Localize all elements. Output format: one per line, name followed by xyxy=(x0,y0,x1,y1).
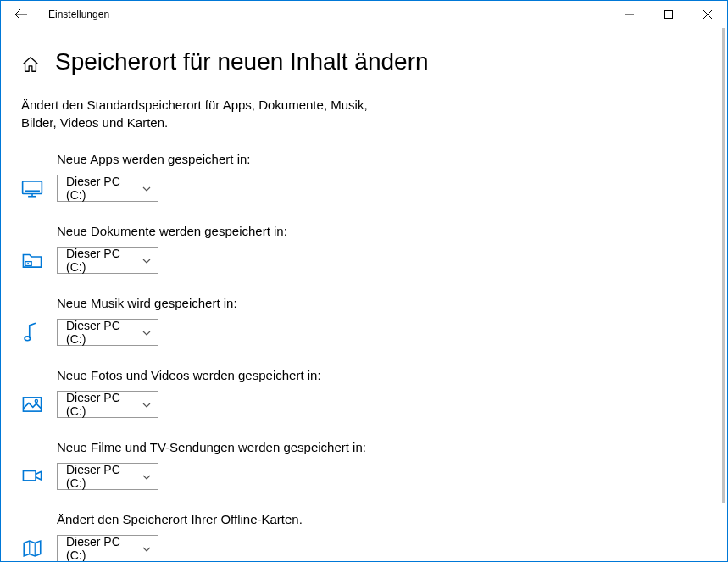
maximize-button[interactable] xyxy=(649,1,688,28)
setting-documents: Neue Dokumente werden gespeichert in: Di… xyxy=(21,224,702,274)
minimize-button[interactable] xyxy=(610,1,649,28)
svg-point-10 xyxy=(25,337,31,341)
select-value: Dieser PC (C:) xyxy=(66,391,142,418)
svg-rect-11 xyxy=(23,398,41,411)
select-value: Dieser PC (C:) xyxy=(66,247,142,274)
chevron-down-icon xyxy=(142,255,151,265)
setting-movies: Neue Filme und TV-Sendungen werden gespe… xyxy=(21,440,702,490)
setting-label: Neue Apps werden gespeichert in: xyxy=(57,152,702,166)
music-icon xyxy=(21,321,43,343)
setting-photos: Neue Fotos und Videos werden gespeichert… xyxy=(21,368,702,418)
svg-rect-5 xyxy=(25,190,40,192)
setting-maps: Ändert den Speicherort Ihrer Offline-Kar… xyxy=(21,512,702,562)
arrow-left-icon xyxy=(14,8,28,21)
setting-label: Neue Filme und TV-Sendungen werden gespe… xyxy=(57,440,702,454)
chevron-down-icon xyxy=(142,399,151,409)
minimize-icon xyxy=(625,10,634,19)
svg-rect-13 xyxy=(23,471,36,481)
home-icon[interactable] xyxy=(21,55,40,74)
scrollbar[interactable] xyxy=(722,28,727,562)
svg-rect-1 xyxy=(665,11,673,19)
chevron-down-icon xyxy=(142,471,151,481)
select-value: Dieser PC (C:) xyxy=(66,535,142,562)
movies-drive-select[interactable]: Dieser PC (C:) xyxy=(57,463,158,490)
movies-icon xyxy=(21,465,43,487)
documents-icon xyxy=(21,249,43,271)
close-icon xyxy=(703,10,712,19)
svg-point-9 xyxy=(27,263,29,264)
apps-icon xyxy=(21,177,43,199)
photos-drive-select[interactable]: Dieser PC (C:) xyxy=(57,391,158,418)
select-value: Dieser PC (C:) xyxy=(66,175,142,202)
page-header: Speicherort für neuen Inhalt ändern xyxy=(21,48,702,75)
scrollbar-thumb[interactable] xyxy=(722,28,725,503)
setting-label: Ändert den Speicherort Ihrer Offline-Kar… xyxy=(57,512,702,526)
setting-apps: Neue Apps werden gespeichert in: Dieser … xyxy=(21,152,702,202)
select-value: Dieser PC (C:) xyxy=(66,319,142,346)
svg-point-12 xyxy=(35,399,37,402)
titlebar: Einstellungen xyxy=(1,1,727,28)
chevron-down-icon xyxy=(142,543,151,554)
photos-icon xyxy=(21,393,43,415)
page-title: Speicherort für neuen Inhalt ändern xyxy=(55,48,429,75)
content-area: Speicherort für neuen Inhalt ändern Ände… xyxy=(1,28,722,562)
setting-label: Neue Fotos und Videos werden gespeichert… xyxy=(57,368,702,382)
select-value: Dieser PC (C:) xyxy=(66,463,142,490)
apps-drive-select[interactable]: Dieser PC (C:) xyxy=(57,175,158,202)
maximize-icon xyxy=(664,10,673,19)
music-drive-select[interactable]: Dieser PC (C:) xyxy=(57,319,158,346)
documents-drive-select[interactable]: Dieser PC (C:) xyxy=(57,247,158,274)
chevron-down-icon xyxy=(142,183,151,193)
setting-label: Neue Dokumente werden gespeichert in: xyxy=(57,224,702,238)
maps-drive-select[interactable]: Dieser PC (C:) xyxy=(57,535,158,562)
window-title: Einstellungen xyxy=(48,8,109,20)
chevron-down-icon xyxy=(142,327,151,337)
close-button[interactable] xyxy=(688,1,727,28)
back-button[interactable] xyxy=(8,1,35,28)
setting-music: Neue Musik wird gespeichert in: Dieser P… xyxy=(21,296,702,346)
page-description: Ändert den Standardspeicherort für Apps,… xyxy=(21,96,386,131)
setting-label: Neue Musik wird gespeichert in: xyxy=(57,296,702,310)
maps-icon xyxy=(21,537,43,559)
